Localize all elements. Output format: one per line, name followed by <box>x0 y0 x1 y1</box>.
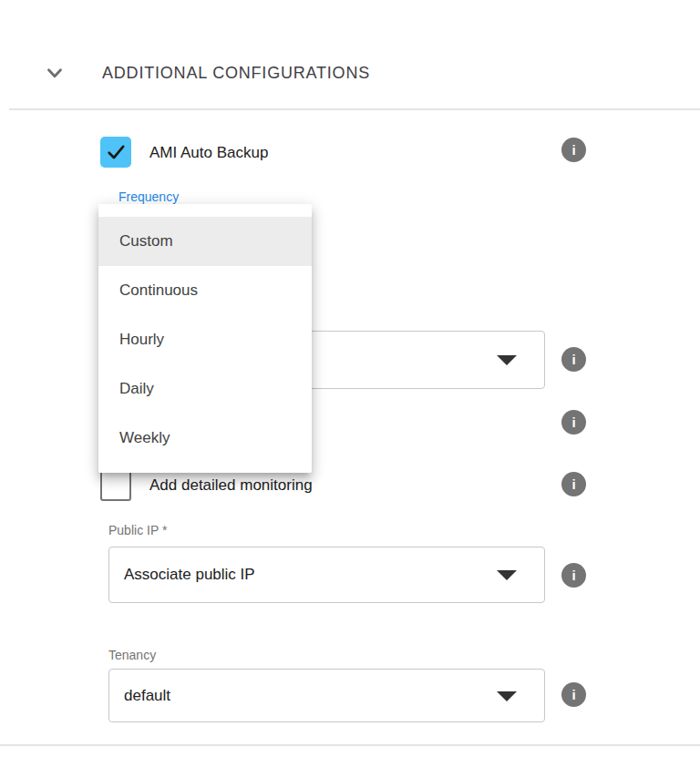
menu-item-daily[interactable]: Daily <box>98 364 312 414</box>
info-icon[interactable]: i <box>561 563 586 588</box>
info-glyph: i <box>571 476 575 492</box>
dropdown-arrow-icon <box>497 570 517 580</box>
menu-item-custom[interactable]: Custom <box>98 217 312 266</box>
additional-configurations-panel: ADDITIONAL CONFIGURATIONS AMI Auto Backu… <box>0 0 700 757</box>
menu-item-continuous[interactable]: Continuous <box>98 266 312 315</box>
chevron-down-icon <box>43 61 67 85</box>
menu-item-hourly[interactable]: Hourly <box>98 315 312 364</box>
menu-item-weekly[interactable]: Weekly <box>98 414 312 463</box>
dropdown-arrow-icon <box>497 355 517 365</box>
info-glyph: i <box>571 352 575 367</box>
header-divider <box>9 108 700 110</box>
info-icon[interactable]: i <box>561 682 586 707</box>
ami-auto-backup-checkbox[interactable] <box>100 137 131 168</box>
info-icon[interactable]: i <box>561 472 586 496</box>
info-glyph: i <box>571 142 575 158</box>
public-ip-selected-value: Associate public IP <box>124 566 255 584</box>
checkmark-icon <box>104 140 128 164</box>
section-collapse-button[interactable] <box>42 60 67 86</box>
tenancy-select[interactable]: default <box>108 669 545 722</box>
info-icon[interactable]: i <box>561 410 586 435</box>
public-ip-field-label: Public IP * <box>108 523 167 537</box>
detailed-monitoring-label: Add detailed monitoring <box>149 476 313 495</box>
ami-auto-backup-label: AMI Auto Backup <box>149 144 268 162</box>
tenancy-field-label: Tenancy <box>108 648 156 662</box>
info-glyph: i <box>571 687 575 702</box>
detailed-monitoring-checkbox[interactable] <box>100 470 131 501</box>
section-title: ADDITIONAL CONFIGURATIONS <box>102 64 370 83</box>
info-glyph: i <box>571 568 575 583</box>
public-ip-select[interactable]: Associate public IP <box>108 547 545 603</box>
frequency-dropdown-menu: Custom Continuous Hourly Daily Weekly <box>98 204 312 473</box>
info-glyph: i <box>571 414 575 430</box>
frequency-field-label: Frequency <box>118 189 179 204</box>
info-icon[interactable]: i <box>561 347 586 372</box>
tenancy-selected-value: default <box>124 687 170 705</box>
dropdown-arrow-icon <box>497 691 517 701</box>
bottom-divider <box>0 744 700 746</box>
info-icon[interactable]: i <box>561 138 586 162</box>
